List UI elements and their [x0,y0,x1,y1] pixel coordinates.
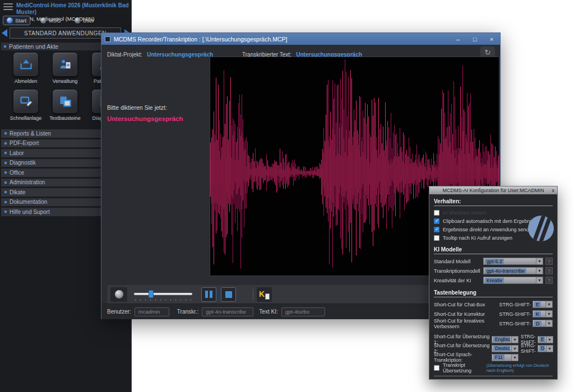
minimize-button[interactable]: – [450,33,466,45]
app-tile-verwaltung[interactable]: Verwaltung [47,52,83,84]
bullet-icon [4,132,7,134]
ki-document-icon [265,293,270,300]
tab-start[interactable]: Start [3,16,30,25]
sidebar-item-label: Labor [10,150,24,156]
record-button[interactable] [110,287,127,302]
transkriptionsmodell-dropdown[interactable]: gpt-4o-transcribe▼ [483,267,543,274]
tab-user[interactable]: User [71,16,98,25]
tab-msg[interactable]: MSG [37,16,64,25]
msg-sphere-icon [40,17,47,24]
uebersetzung1-lang-dropdown[interactable]: Englisch▼ [492,336,519,343]
modifier-label: STRG-SHIFT- [499,302,531,307]
checkbox-label: Ergebnisse direkt an Anwendung senden [443,227,535,232]
app-tile-label: Abmelden [8,78,44,84]
transport-separator [253,289,253,300]
sidebar-tab-row: Start MSG User [3,16,98,25]
stop-button[interactable] [221,287,236,302]
carousel-left-arrow-icon[interactable] [2,29,7,37]
chevron-down-icon[interactable]: ▼ [536,258,543,264]
chatbox-key-dropdown[interactable]: E▼ [533,301,553,308]
slider-track[interactable] [134,293,192,295]
tastenbelegung-header: Tastenbelegung [434,290,553,297]
maximize-button[interactable]: □ [466,33,483,45]
checkbox-icon[interactable] [434,235,439,241]
sidebar-item-label: Office [10,170,24,176]
pause-button[interactable] [201,287,216,302]
chevron-down-icon[interactable]: ▼ [545,320,552,326]
close-button[interactable]: × [483,33,500,45]
app-tile-abmelden[interactable]: Abmelden [8,52,44,84]
verbessern-key-dropdown[interactable]: D▼ [533,320,553,327]
chevron-down-icon[interactable]: ▼ [536,268,543,274]
chevron-down-icon[interactable]: ▼ [546,346,553,352]
help-button[interactable]: ? [545,258,553,265]
slider-thumb[interactable] [149,290,154,298]
chevron-down-icon[interactable]: ▼ [511,354,518,361]
transkr-field[interactable]: gpt-4o-transcribe [202,307,253,316]
kreativitaet-row: Kreativität der KI Kreativ▼ ? [434,276,553,285]
benutzer-field[interactable]: mcadmin [135,307,169,316]
kreativitaet-label: Kreativität der KI [434,278,481,283]
dialog-titlebar[interactable]: MCDMS-AI Konfiguration für User:MCADMIN … [429,186,557,194]
checkbox-icon[interactable] [434,210,439,216]
uebersetzung2-lang-dropdown[interactable]: Deutsch▼ [492,345,519,352]
shortcut-korrektur-row: Short-Cut für Korrektur STRG-SHIFT- K▼ [434,309,553,319]
screen: MediControl-Home 2026 (Musterklinik Bad … [0,0,574,392]
refresh-icon[interactable]: ↻ [480,46,495,58]
chevron-down-icon[interactable]: ▼ [546,337,553,343]
checkbox-transkript-uebersetzung[interactable]: Transkript Übersetzung (Übersetzung erfo… [434,363,553,372]
app-tile-label: Verwaltung [47,78,83,84]
ki-modelle-header: KI Modelle [434,246,553,254]
uebersetzung2-key-dropdown[interactable]: D▼ [538,345,553,352]
sprach-transkription-dropdown[interactable]: F11▼ [492,354,519,361]
section-label: Patienten und Akte [9,43,58,50]
textki-field[interactable]: gpt-4turbo [281,307,325,316]
kreativitaet-dropdown[interactable]: Kreativ▼ [483,277,543,284]
sidebar-item-label: PDF-Export [10,140,39,146]
dialog-close-button[interactable]: x [552,186,555,194]
chevron-down-icon[interactable]: ▼ [545,311,552,317]
hamburger-menu-icon[interactable] [3,3,13,12]
checkbox-ki-windows[interactable]: KI Windows starten [434,208,553,217]
help-button[interactable]: ? [545,267,553,274]
checkbox-checked-icon[interactable] [434,218,439,224]
checkbox-icon[interactable] [434,365,439,371]
diktat-projekt-value[interactable]: Untersuchungsgespräch [147,52,213,58]
sprach-transkription-row: Short-Cut Sprach-Transkription: F11▼ [434,353,553,362]
translation-note: (Übersetzung erfolgt von Deutsch nach En… [487,363,553,373]
window-icon [105,36,110,42]
transkr-label: Transkr.: [177,309,199,315]
help-button[interactable]: ? [545,277,553,284]
transkriptionsmodell-row: Transkriptionsmodell gpt-4o-transcribe▼ … [434,266,553,276]
dictate-prompt: Bitte diktieren Sie jetzt: [107,104,183,111]
transkriptionsmodell-label: Transkriptionsmodell [434,268,481,274]
stop-icon [225,291,232,298]
slider-ticks [135,299,191,301]
tab-start-label: Start [15,17,26,24]
bullet-icon [4,211,7,213]
dialog-title: MCDMS-AI Konfiguration für User:MCADMIN [442,188,544,193]
sidebar-item-label: Hilfe und Suport [10,209,50,215]
shortcut-label: Short-Cut für Chat-Box [434,302,499,307]
uebersetzung1-key-dropdown[interactable]: E▼ [538,336,553,343]
chevron-down-icon[interactable]: ▼ [511,346,518,352]
bullet-icon [4,181,7,184]
korrektur-key-dropdown[interactable]: K▼ [533,310,553,318]
chevron-down-icon[interactable]: ▼ [545,301,552,307]
checkbox-label: KI Windows starten [443,210,487,216]
checkbox-checked-icon[interactable] [434,227,439,232]
sidebar-item-label: Diagnostik [10,160,36,166]
position-slider[interactable] [134,288,192,301]
user-sphere-icon [75,17,81,24]
ki-button[interactable]: K [257,287,272,302]
recorder-titlebar[interactable]: MCDMS Recorder/Transkription : [.\Unters… [101,33,500,45]
text-blocks-icon [58,94,73,109]
app-tile-textbausteine[interactable]: Textbausteine [47,89,83,121]
tab-msg-label: MSG [49,17,61,24]
app-tile-schnellanlage[interactable]: Schnellanlage [8,89,44,121]
bullet-icon [4,191,7,193]
chevron-down-icon[interactable]: ▼ [536,277,543,283]
bullet-icon [4,142,7,144]
chevron-down-icon[interactable]: ▼ [511,337,518,343]
standard-modell-dropdown[interactable]: gpt-5.2▼ [483,258,543,265]
